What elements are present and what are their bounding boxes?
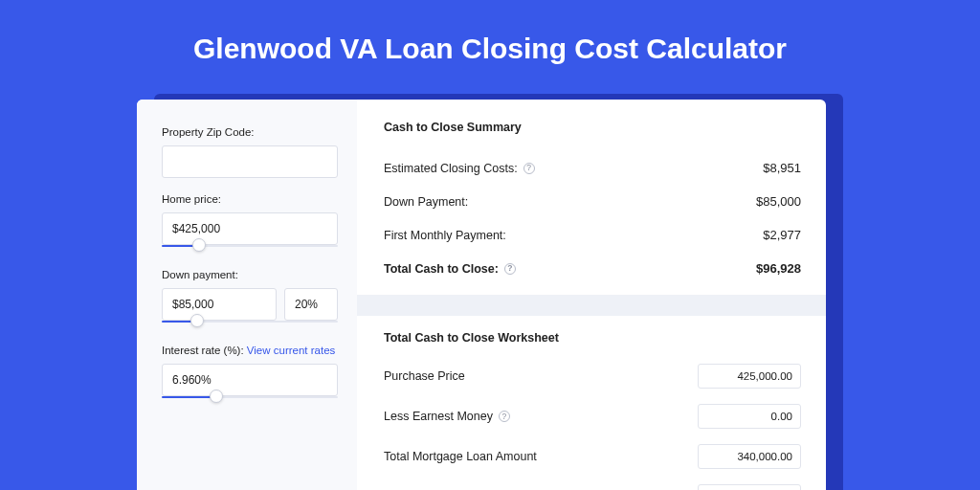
down-payment-slider[interactable] bbox=[162, 320, 338, 329]
worksheet-row: Total Second Mortgage Amount bbox=[384, 477, 801, 490]
calculator-card: Property Zip Code: Home price: Down paym… bbox=[137, 100, 826, 490]
interest-rate-input[interactable] bbox=[162, 364, 338, 396]
summary-row: Estimated Closing Costs:?$8,951 bbox=[384, 151, 801, 185]
zip-label: Property Zip Code: bbox=[162, 126, 338, 138]
slider-thumb[interactable] bbox=[192, 238, 206, 252]
worksheet-row-label: Total Mortgage Loan Amount bbox=[384, 450, 537, 463]
slider-thumb[interactable] bbox=[210, 390, 223, 403]
summary-row-value: $2,977 bbox=[763, 228, 801, 242]
worksheet-heading: Total Cash to Close Worksheet bbox=[384, 331, 801, 345]
summary-total-label: Total Cash to Close: bbox=[384, 262, 499, 276]
help-icon[interactable]: ? bbox=[523, 163, 535, 174]
summary-total-row: Total Cash to Close: ? $96,928 bbox=[384, 252, 801, 285]
summary-heading: Cash to Close Summary bbox=[384, 121, 801, 134]
slider-thumb[interactable] bbox=[190, 314, 204, 327]
summary-row-label: Estimated Closing Costs: bbox=[384, 162, 518, 175]
interest-rate-label: Interest rate (%): bbox=[162, 345, 247, 356]
interest-rate-field: Interest rate (%): View current rates bbox=[162, 345, 338, 405]
worksheet-row-input[interactable] bbox=[698, 444, 801, 469]
results-panel: Cash to Close Summary Estimated Closing … bbox=[357, 100, 826, 490]
home-price-slider[interactable] bbox=[162, 244, 338, 254]
home-price-field: Home price: bbox=[162, 193, 338, 254]
help-icon[interactable]: ? bbox=[499, 411, 510, 422]
worksheet-row-input[interactable] bbox=[698, 404, 801, 429]
zip-input[interactable] bbox=[162, 145, 338, 178]
worksheet-row-input[interactable] bbox=[698, 484, 801, 490]
section-divider bbox=[357, 295, 826, 316]
interest-rate-slider[interactable] bbox=[162, 395, 338, 405]
summary-total-value: $96,928 bbox=[756, 261, 801, 276]
inputs-panel: Property Zip Code: Home price: Down paym… bbox=[137, 100, 357, 490]
home-price-label: Home price: bbox=[162, 193, 338, 205]
summary-row-value: $85,000 bbox=[756, 194, 801, 209]
zip-field: Property Zip Code: bbox=[162, 126, 338, 178]
worksheet-row-label: Purchase Price bbox=[384, 369, 465, 383]
summary-row: First Monthly Payment:$2,977 bbox=[384, 218, 801, 252]
summary-row-label: First Monthly Payment: bbox=[384, 229, 506, 242]
worksheet-row: Total Mortgage Loan Amount bbox=[384, 436, 801, 477]
worksheet-row-label: Less Earnest Money bbox=[384, 410, 493, 423]
summary-row: Down Payment:$85,000 bbox=[384, 185, 801, 218]
down-payment-pct-input[interactable] bbox=[284, 288, 338, 321]
down-payment-label: Down payment: bbox=[162, 269, 338, 280]
worksheet-row: Purchase Price bbox=[384, 356, 801, 396]
down-payment-input[interactable] bbox=[162, 288, 277, 321]
worksheet-row: Less Earnest Money? bbox=[384, 396, 801, 436]
summary-row-value: $8,951 bbox=[763, 161, 801, 175]
help-icon[interactable]: ? bbox=[504, 263, 516, 275]
home-price-input[interactable] bbox=[162, 212, 338, 245]
down-payment-field: Down payment: bbox=[162, 269, 338, 329]
summary-row-label: Down Payment: bbox=[384, 195, 468, 209]
worksheet-row-input[interactable] bbox=[698, 364, 801, 389]
view-current-rates-link[interactable]: View current rates bbox=[247, 345, 335, 356]
page-title: Glenwood VA Loan Closing Cost Calculator bbox=[0, 0, 980, 65]
